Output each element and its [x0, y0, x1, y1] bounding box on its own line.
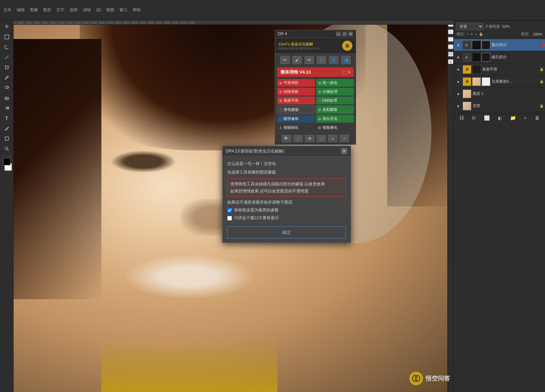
pen-tool[interactable]	[1, 124, 12, 133]
dr4-brush-tool[interactable]: 🖌	[292, 56, 302, 64]
move-tool[interactable]	[1, 22, 12, 32]
dr4-surface-smooth-btn[interactable]: ◎ 表面平滑	[277, 97, 315, 104]
dr4-remove-blemish-btn[interactable]: ◎ 祛除瑕疵	[277, 88, 315, 96]
dr4-grid-btn2[interactable]: ⬚	[293, 135, 303, 142]
layer-item-eye-white[interactable]: ● ▶ 眼白部分	[454, 39, 545, 51]
dr4-smart-liquify-btn[interactable]: ◎ 智能液化	[316, 124, 354, 131]
dr4-smart-sharpen-btn[interactable]: ⚠ 智能锐化	[277, 124, 315, 131]
dialog-checkbox2[interactable]	[227, 216, 232, 221]
panel-icon-btn4[interactable]: ◉	[448, 59, 453, 64]
app-menu[interactable]: 文件	[3, 7, 12, 13]
watermark-icon	[409, 372, 423, 385]
layer-visibility-toggle[interactable]: ●	[455, 42, 461, 48]
gradient-tool[interactable]	[1, 103, 12, 113]
dr4-persons-tool[interactable]: 👥	[341, 56, 351, 64]
app-menu[interactable]: 帮助	[133, 7, 141, 13]
app-menu[interactable]: 选择	[70, 7, 78, 13]
dialog-checkbox1[interactable]	[227, 208, 232, 213]
shape-tool[interactable]	[1, 134, 12, 143]
dr4-grid-tool[interactable]: ⬚	[317, 56, 326, 64]
layers-list: ● ▶ 眼白部分 ● ▶ 瞳孔部分 ● 金	[454, 39, 545, 112]
lock-paint-icon[interactable]: ✏	[470, 32, 473, 36]
clone-tool[interactable]	[1, 83, 12, 92]
panel-collapse-btn[interactable]: A	[448, 29, 453, 34]
dr4-icon2: ≡	[348, 70, 350, 75]
text-tool[interactable]: T	[1, 114, 12, 123]
lasso-tool[interactable]	[1, 42, 12, 52]
dr4-minimize-btn[interactable]: —	[336, 32, 341, 36]
dr4-eye-btn[interactable]: 👁	[305, 135, 314, 142]
layer-item-perfect-skin[interactable]: ● 金 完美磨皮0... 🔒	[454, 76, 545, 88]
app-menu[interactable]: 图像	[30, 7, 38, 13]
layer-adjustment-btn[interactable]: ◐	[498, 115, 502, 121]
layer-delete-btn[interactable]: 🗑	[535, 115, 540, 121]
panel-icon-btn2[interactable]: ⬚	[448, 44, 453, 49]
eraser-tool[interactable]	[1, 93, 12, 103]
dr4-freq-separate-btn[interactable]: ◎ 分频处理	[316, 88, 354, 96]
lock-transparency-icon[interactable]: ▪	[467, 32, 468, 36]
zoom-tool[interactable]	[1, 144, 12, 153]
layer-item-background[interactable]: ● 背景 🔒	[454, 100, 545, 112]
magic-wand-tool[interactable]	[1, 53, 12, 62]
app-menu[interactable]: 编辑	[17, 7, 25, 13]
dr4-skin-mask-btn[interactable]: ⬚ 肤色蒙版	[277, 105, 315, 114]
ruler-mark: 1700	[24, 21, 33, 24]
dr4-edit-tool[interactable]: ✏	[305, 56, 314, 64]
layer-visibility-toggle[interactable]: ●	[455, 66, 461, 73]
dr4-smooth-local-btn[interactable]: ◎ 平滑局部	[277, 79, 315, 87]
layer-item-layer1[interactable]: ● 图层 1	[454, 88, 545, 100]
app-menu[interactable]: 文字	[56, 7, 64, 13]
dr4-prev-btn[interactable]: «	[328, 135, 337, 142]
dr4-maximize-btn[interactable]: □	[342, 32, 347, 36]
crop-tool[interactable]	[1, 63, 12, 72]
panel-icon-btn[interactable]: I	[448, 37, 453, 42]
layer-mask-btn[interactable]: ⬜	[484, 115, 490, 121]
smart-sharpen-icon: ⚠	[279, 126, 282, 129]
dr4-zoom-btn[interactable]: 🔍	[282, 135, 291, 142]
brush-tool[interactable]	[1, 73, 12, 82]
app-menu[interactable]: 滤镜	[83, 7, 91, 13]
layer-fx-btn[interactable]: fx	[472, 115, 476, 121]
app-menu[interactable]: 图层	[43, 7, 51, 13]
dr4-pencil-tool[interactable]: ✏	[280, 56, 290, 64]
dr4-db-process-btn[interactable]: ⊙ D&B处理	[316, 97, 354, 104]
dialog-checkbox1-label[interactable]: 将画笔设置为推荐的参数	[234, 207, 279, 213]
eye-retouch-dialog[interactable]: DR4.13 眼部处理(老金汉化破解) ✕ 怎么还是一毛一样！没变化 先选择工具…	[222, 146, 351, 243]
layer-visibility-toggle[interactable]: ●	[455, 103, 461, 109]
dr4-close-btn[interactable]: ✕	[348, 32, 353, 36]
dr4-person-tool[interactable]: 👤	[329, 56, 338, 64]
app-menu[interactable]: 视图	[106, 7, 114, 13]
skin-mask-icon: ⬚	[279, 108, 283, 111]
ruler-mark: 3700	[188, 21, 196, 24]
layer-item-surface[interactable]: ● 金 表面平滑 🔒	[454, 63, 545, 76]
app-menu[interactable]: 窗口	[119, 7, 128, 13]
layers-actions-bar: ⛓ fx ⬜ ◐ 📁 + 🗑	[454, 114, 545, 122]
dr4-next-btn[interactable]: »	[339, 135, 349, 142]
layer-group-btn[interactable]: 📁	[510, 115, 516, 121]
selection-tool[interactable]	[1, 32, 12, 42]
panel-icon-btn3[interactable]: ⌨	[448, 52, 453, 57]
layer-visibility-toggle[interactable]: ●	[455, 54, 461, 60]
layer-visibility-toggle[interactable]: ●	[455, 79, 461, 85]
dialog-ok-btn[interactable]: 确定	[227, 226, 346, 239]
lock-all-icon[interactable]: 🔒	[479, 32, 483, 36]
dr4-eye-retouch-btn[interactable]: ⬚ 眼部修饰	[277, 115, 315, 123]
layer-new-btn[interactable]: +	[524, 115, 527, 121]
svg-rect-10	[5, 107, 9, 109]
dialog-close-btn[interactable]: ✕	[341, 148, 347, 154]
dr4-crop-btn[interactable]: ⬚	[316, 135, 326, 142]
dr4-color-mask-btn[interactable]: ◎ 色彩蒙版	[316, 105, 354, 114]
foreground-color[interactable]	[3, 158, 11, 165]
dr4-unify-skin-btn[interactable]: ◎ 统一肤色	[316, 79, 354, 87]
app-menu[interactable]: 3D	[96, 8, 101, 13]
dr4-version-btn[interactable]: 整体润饰 V4.13 ⬚ ≡	[277, 67, 354, 77]
layer-link-btn[interactable]: ⛓	[459, 115, 464, 121]
blend-mode-select[interactable]: 穿透	[456, 23, 484, 30]
layer-visibility-toggle[interactable]: ●	[455, 91, 461, 97]
dialog-checkbox2-label[interactable]: 讨厌这个窗口不要再显示	[234, 215, 279, 221]
lock-position-icon[interactable]: +	[475, 32, 477, 36]
layer-item-pupil[interactable]: ● ▶ 瞳孔部分	[454, 51, 545, 63]
dr4-tool-row: ✏ 🖌 ✏ ⬚ 👤 👥	[275, 54, 356, 66]
ruler-mark: 2000	[49, 21, 57, 24]
dr4-teeth-whiten-btn[interactable]: ◎ 美白牙齿	[316, 115, 354, 123]
